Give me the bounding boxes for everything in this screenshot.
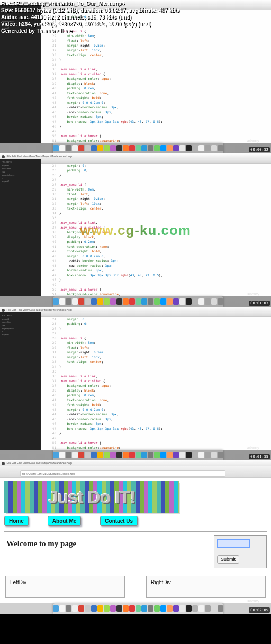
dock-app-icon[interactable] (211, 605, 217, 612)
dock-app-icon[interactable] (186, 605, 192, 612)
dock-app-icon[interactable] (59, 605, 65, 612)
osx-dock[interactable] (53, 143, 223, 153)
dock-app-icon[interactable] (136, 145, 141, 151)
dock-app-icon[interactable] (129, 605, 135, 612)
dock-app-icon[interactable] (205, 145, 211, 151)
dock-app-icon[interactable] (211, 145, 217, 151)
code-line[interactable]: 45 -moz-border-radius: 3px; (41, 263, 271, 268)
code-line[interactable]: 25 padding: 0; (41, 321, 271, 326)
focused-text-input[interactable] (217, 539, 250, 548)
code-line[interactable]: 31 margin-right: 0.5em; (41, 350, 271, 355)
code-line[interactable]: 36.nav_menu li a:link, (41, 67, 271, 71)
code-line[interactable]: 26} (41, 326, 271, 331)
dock-app-icon[interactable] (66, 605, 71, 612)
dock-app-icon[interactable] (104, 452, 110, 458)
dock-app-icon[interactable] (154, 298, 160, 305)
code-line[interactable]: 48} (41, 431, 271, 436)
code-line[interactable]: 49 (41, 129, 271, 133)
code-line[interactable]: 49 (41, 282, 271, 287)
dock-app-icon[interactable] (72, 145, 78, 151)
dock-app-icon[interactable] (154, 452, 160, 458)
code-line[interactable]: 41 text-decoration: none; (41, 90, 271, 95)
code-line[interactable]: 31 margin-right: 0.5em; (41, 196, 271, 201)
dock-app-icon[interactable] (72, 298, 78, 305)
code-line[interactable]: 34} (41, 211, 271, 215)
dock-app-icon[interactable] (85, 298, 91, 305)
code-line[interactable]: 44 -webkit-border-radius: 3px; (41, 412, 271, 416)
dock-app-icon[interactable] (192, 605, 198, 612)
dock-app-icon[interactable] (53, 298, 59, 305)
dock-app-icon[interactable] (136, 605, 141, 612)
nav-about-button[interactable]: About Me (48, 516, 82, 526)
code-line[interactable]: 29 min-width: 8em; (41, 187, 271, 192)
code-line[interactable]: 29 min-width: 8em; (41, 340, 271, 345)
code-line[interactable]: 30 float: left; (41, 38, 271, 43)
code-line[interactable]: 28.nav_menu li { (41, 335, 271, 340)
dock-app-icon[interactable] (148, 605, 153, 612)
dock-app-icon[interactable] (97, 452, 103, 458)
dock-app-icon[interactable] (179, 145, 185, 151)
code-line[interactable]: 50.nav_menu li a:hover { (41, 133, 271, 138)
code-line[interactable]: 32 margin-left: 10px; (41, 201, 271, 206)
dock-app-icon[interactable] (148, 145, 153, 151)
code-line[interactable]: 35 (41, 369, 271, 374)
dock-app-icon[interactable] (192, 298, 198, 305)
dock-app-icon[interactable] (53, 145, 59, 151)
dock-app-icon[interactable] (110, 452, 116, 458)
dock-app-icon[interactable] (78, 605, 84, 612)
code-line[interactable]: 43 margin: 0 0 0.2em 0; (41, 253, 271, 258)
dock-app-icon[interactable] (91, 605, 97, 612)
dock-app-icon[interactable] (186, 145, 192, 151)
dock-app-icon[interactable] (136, 452, 141, 458)
dock-app-icon[interactable] (173, 298, 179, 305)
dock-app-icon[interactable] (205, 298, 211, 305)
dock-app-icon[interactable] (85, 452, 91, 458)
code-editor-pane[interactable]: 24 margin: 0;25 padding: 0;26}2728.nav_m… (41, 316, 271, 450)
code-line[interactable]: 42 font-weight: bold; (41, 95, 271, 100)
code-line[interactable]: 39 display: block; (41, 234, 271, 239)
dock-app-icon[interactable] (141, 298, 147, 305)
dock-app-icon[interactable] (72, 605, 78, 612)
dock-app-icon[interactable] (78, 452, 84, 458)
dock-app-icon[interactable] (179, 452, 185, 458)
dock-app-icon[interactable] (116, 145, 122, 151)
dock-app-icon[interactable] (123, 605, 129, 612)
code-line[interactable]: 43 margin: 0 0 0.2em 0; (41, 407, 271, 412)
code-line[interactable]: 51 background-color:aquamarine; (41, 292, 271, 296)
dock-app-icon[interactable] (72, 452, 78, 458)
code-line[interactable]: 41 text-decoration: none; (41, 397, 271, 402)
code-line[interactable]: 50.nav_menu li a:hover { (41, 287, 271, 292)
code-line[interactable]: 46 border-radius: 3px; (41, 421, 271, 426)
dock-app-icon[interactable] (91, 298, 97, 305)
dock-app-icon[interactable] (53, 605, 59, 612)
tree-line[interactable]: project2 (2, 180, 40, 183)
dock-app-icon[interactable] (160, 298, 166, 305)
code-line[interactable]: 39 display: block; (41, 81, 271, 86)
dock-app-icon[interactable] (123, 452, 129, 458)
code-line[interactable]: 30 float: left; (41, 192, 271, 196)
dock-app-icon[interactable] (160, 145, 166, 151)
code-line[interactable]: 48} (41, 277, 271, 282)
nav-home-button[interactable]: Home (4, 516, 29, 526)
code-editor-pane[interactable]: 24 margin: 0;25 padding: 0;26}2728.nav_m… (41, 163, 271, 296)
code-line[interactable]: 24 margin: 0; (41, 163, 271, 168)
code-line[interactable]: 42 font-weight: bold; (41, 402, 271, 407)
code-line[interactable]: 40 padding: 0.2em; (41, 393, 271, 397)
dock-app-icon[interactable] (116, 605, 122, 612)
dock-app-icon[interactable] (141, 605, 147, 612)
code-line[interactable]: 51 background-color:aquamarine; (41, 445, 271, 450)
osx-dock[interactable] (53, 450, 223, 460)
code-line[interactable]: 32 margin-left: 10px; (41, 355, 271, 359)
dock-app-icon[interactable] (104, 145, 110, 151)
nav-contact-button[interactable]: Contact Us (100, 516, 138, 526)
editor-sidebar[interactable]: FOLDERS project1 index.html css pagestyl… (0, 159, 41, 296)
code-line[interactable]: 40 padding: 0.2em; (41, 86, 271, 90)
dock-app-icon[interactable] (167, 452, 173, 458)
dock-app-icon[interactable] (97, 605, 103, 612)
dock-app-icon[interactable] (110, 145, 116, 151)
code-line[interactable]: 49 (41, 436, 271, 440)
code-line[interactable]: 27 (41, 177, 271, 182)
code-line[interactable]: 27 (41, 331, 271, 335)
dock-app-icon[interactable] (116, 298, 122, 305)
dock-app-icon[interactable] (205, 605, 211, 612)
